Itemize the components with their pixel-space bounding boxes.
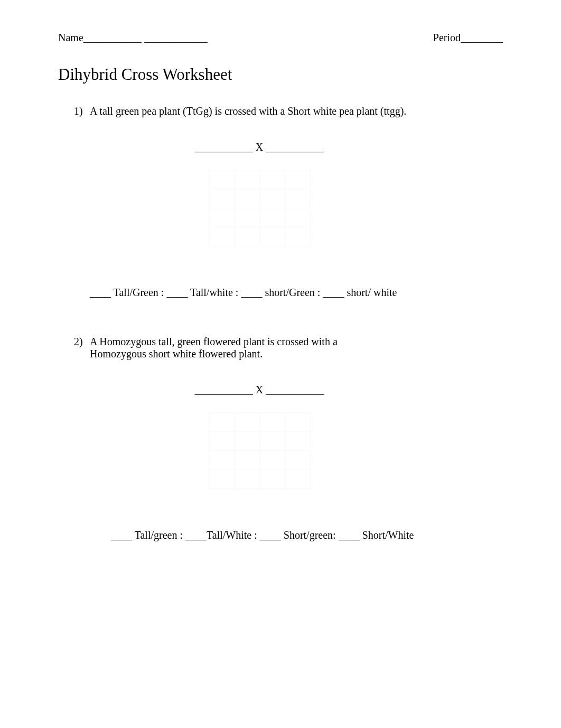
question-1-number: 1) bbox=[74, 105, 90, 117]
question-2-cross-blank[interactable]: ___________ X ___________ bbox=[58, 384, 503, 396]
name-field[interactable]: Name___________ ____________ bbox=[58, 32, 208, 44]
question-2-punnett-square[interactable] bbox=[209, 412, 311, 489]
question-2: 2) A Homozygous tall, green flowered pla… bbox=[58, 336, 503, 541]
question-2-number: 2) bbox=[74, 336, 90, 360]
question-1-ratio-blank[interactable]: ____ Tall/Green : ____ Tall/white : ____… bbox=[90, 287, 503, 299]
question-1: 1) A tall green pea plant (TtGg) is cros… bbox=[58, 105, 503, 299]
question-1-cross-blank[interactable]: ___________ X ___________ bbox=[58, 141, 503, 153]
question-2-line1: A Homozygous tall, green flowered plant … bbox=[90, 336, 338, 347]
question-2-ratio-blank[interactable]: ____ Tall/green : ____Tall/White : ____ … bbox=[111, 529, 503, 541]
period-field[interactable]: Period________ bbox=[433, 32, 503, 44]
question-2-body: A Homozygous tall, green flowered plant … bbox=[90, 336, 338, 360]
question-2-punnett-container bbox=[205, 409, 314, 492]
question-2-punnett-wrap bbox=[58, 409, 503, 492]
header-row: Name___________ ____________ Period_____… bbox=[58, 32, 503, 44]
worksheet-title: Dihybrid Cross Worksheet bbox=[58, 65, 503, 84]
question-1-punnett-square[interactable] bbox=[209, 170, 311, 246]
question-2-text: 2) A Homozygous tall, green flowered pla… bbox=[74, 336, 503, 360]
question-1-text: 1) A tall green pea plant (TtGg) is cros… bbox=[74, 105, 503, 117]
question-1-body: A tall green pea plant (TtGg) is crossed… bbox=[90, 105, 406, 117]
question-1-punnett-container bbox=[205, 167, 314, 250]
question-2-line2: Homozygous short white flowered plant. bbox=[90, 348, 263, 360]
question-1-punnett-wrap bbox=[58, 167, 503, 250]
